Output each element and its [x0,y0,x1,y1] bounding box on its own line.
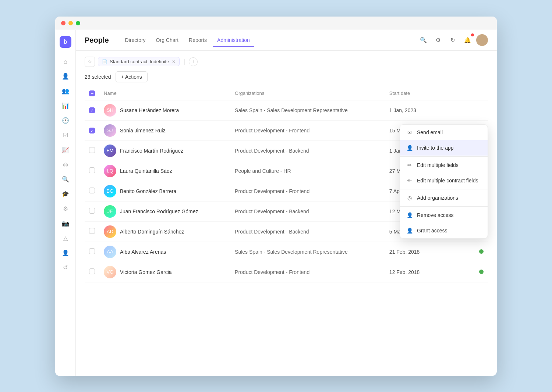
row-checkbox[interactable] [89,248,95,254]
status-header [435,87,488,100]
person-avatar: VG [104,266,116,278]
contract-icon: 📄 [102,59,107,64]
person-name-cell: SJSonia Jimenez Ruiz [99,120,230,140]
title-bar [55,17,497,30]
person-avatar: LQ [104,165,116,177]
close-button[interactable] [61,21,66,25]
filter-chip-close[interactable]: ✕ [172,59,176,64]
tab-directory[interactable]: Directory [121,34,150,47]
nav-icons: 🔍 ⚙ ↻ 🔔 [417,34,488,46]
person-org: Product Development - Backend [230,221,385,242]
row-checkbox-cell [85,161,99,181]
select-all-header: − [85,87,99,100]
person-name-cell: FMFrancisco Martín Rodriguez [99,140,230,161]
person-name: Victoria Gomez Garcia [120,269,172,275]
row-checkbox[interactable] [89,208,95,214]
search-button[interactable]: 🔍 [417,34,429,46]
edit-fields-icon: ✏ [406,161,413,169]
tab-administration[interactable]: Administration [213,34,254,47]
edit-contract-label: Edit multiple contract fields [417,178,478,183]
menu-item-grant-access[interactable]: 👤 Grant access [400,223,488,238]
filter-chip: 📄 Standard contract Indefinite ✕ [98,57,180,66]
sidebar-icon-target[interactable]: ◎ [59,158,72,171]
person-status-cell [435,242,488,262]
sidebar-icon-alert[interactable]: △ [59,232,72,245]
add-orgs-label: Add organizations [417,195,458,201]
sidebar-logo[interactable]: b [60,36,71,48]
person-start-date: 12 Feb, 2018 [385,262,435,282]
person-avatar: SH [104,104,116,117]
row-checkbox-cell: ✓ [85,100,99,120]
invite-app-label: Invite to the app [417,145,454,151]
menu-item-edit-contract[interactable]: ✏ Edit multiple contract fields [400,173,488,188]
sidebar-icon-camera[interactable]: 📷 [59,217,72,230]
tab-reports[interactable]: Reports [184,34,211,47]
row-checkbox[interactable] [89,228,95,234]
row-checkbox-cell [85,221,99,242]
row-checkbox-cell [85,201,99,221]
add-orgs-icon: ◎ [406,194,413,202]
row-checkbox[interactable] [89,188,95,193]
person-org: Product Development - Backend [230,140,385,161]
action-bar: 23 selected + Actions [76,67,497,87]
refresh-button[interactable]: ↻ [447,34,459,46]
select-all-checkbox[interactable]: − [89,90,95,96]
filter-contract-label: Standard contract [110,59,148,64]
row-checkbox[interactable] [89,167,95,173]
tab-org-chart[interactable]: Org Chart [152,34,183,47]
star-button[interactable]: ☆ [85,57,95,67]
nav-tabs: Directory Org Chart Reports Administrati… [121,34,408,46]
maximize-button[interactable] [76,21,80,25]
sidebar-icon-group[interactable]: 👥 [59,85,72,98]
row-checkbox[interactable]: ✓ [89,128,95,133]
person-name-cell: SHSusana Herández Morera [99,100,230,120]
remove-access-label: Remove access [417,212,454,218]
row-checkbox[interactable]: ✓ [89,107,95,113]
sidebar-icon-nodes[interactable]: ⚙ [59,202,72,215]
remove-access-icon: 👤 [406,211,413,219]
menu-item-add-orgs[interactable]: ◎ Add organizations [400,190,488,206]
notifications-button[interactable]: 🔔 [461,34,473,46]
actions-dropdown: ✉ Send email 👤 Invite to the app ✏ Edit … [400,124,488,239]
row-checkbox[interactable] [89,268,95,274]
menu-item-edit-fields[interactable]: ✏ Edit multiple fields [400,157,488,173]
menu-item-invite-app[interactable]: 👤 Invite to the app [400,140,488,156]
filter-bar: ☆ 📄 Standard contract Indefinite ✕ | i [76,51,497,67]
person-name: Alberto Dominguín Sánchez [120,229,184,235]
person-avatar: BG [104,185,116,197]
person-name-cell: VGVictoria Gomez Garcia [99,262,230,282]
sidebar-icon-person[interactable]: 👤 [59,70,72,83]
person-start-date: 1 Jan, 2023 [385,100,435,120]
person-name: Juan Francisco Rodríguez Gómez [120,209,198,214]
person-avatar: JF [104,205,116,218]
person-start-date: 21 Feb, 2018 [385,242,435,262]
sidebar-icon-person2[interactable]: 👤 [59,246,72,260]
sidebar-icon-analytics[interactable]: 📈 [59,143,72,157]
content-area: ☆ 📄 Standard contract Indefinite ✕ | i 2… [76,51,497,376]
row-checkbox[interactable] [89,147,95,153]
person-name: Benito González Barrera [120,188,176,194]
user-avatar[interactable] [476,34,488,46]
person-avatar: AD [104,225,116,238]
main-content: People Directory Org Chart Reports Admin… [76,30,497,376]
settings-button[interactable]: ⚙ [432,34,444,46]
send-email-label: Send email [417,129,443,135]
sidebar-icon-home[interactable]: ⌂ [59,55,72,68]
row-checkbox-cell: ✓ [85,120,99,140]
sidebar-icon-task[interactable]: ☑ [59,129,72,142]
sidebar-icon-grad[interactable]: 🎓 [59,188,72,201]
sidebar-icon-search[interactable]: 🔍 [59,173,72,186]
person-status-cell [435,262,488,282]
minimize-button[interactable] [68,21,73,25]
sidebar-icon-history[interactable]: ↺ [59,261,72,274]
sidebar-icon-clock[interactable]: 🕐 [59,114,72,127]
sidebar-icon-chart[interactable]: 📊 [59,99,72,113]
selected-count: 23 selected [85,74,111,80]
invite-app-icon: 👤 [406,144,413,152]
menu-item-send-email[interactable]: ✉ Send email [400,125,488,140]
actions-button[interactable]: + Actions [116,71,148,82]
person-name: Sonia Jimenez Ruiz [120,128,166,133]
info-button[interactable]: i [189,57,198,66]
edit-contract-icon: ✏ [406,177,413,184]
menu-item-remove-access[interactable]: 👤 Remove access [400,207,488,223]
